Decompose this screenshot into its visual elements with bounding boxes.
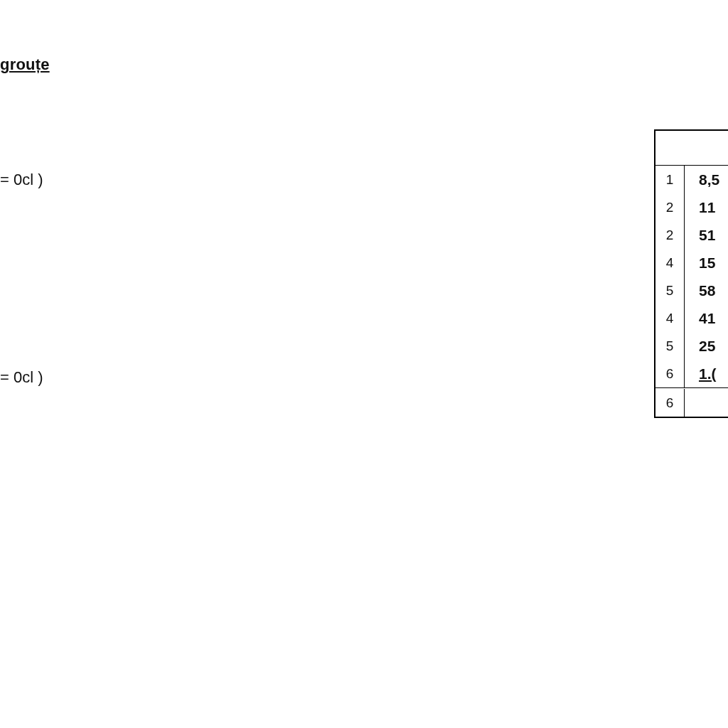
section-heading: grouțe [0,55,50,74]
row-value: 11 [685,193,715,221]
row-value: 15 [685,249,715,277]
table-row: 2 51 [655,221,728,249]
table-row: 6 1.( [655,360,728,387]
table-row: 5 58 [655,277,728,304]
formula-line-2: = 0cl ) [0,368,43,387]
row-index: 6 [655,360,685,387]
table-row: 4 15 [655,249,728,277]
table-footer-row: 6 [655,387,728,417]
formula-line-1: = 0cl ) [0,171,43,189]
row-index: 2 [655,193,685,221]
row-index: 5 [655,332,685,360]
table-row: 2 11 [655,193,728,221]
row-index: 2 [655,221,685,249]
row-index: 5 [655,277,685,304]
row-index: 1 [655,166,685,193]
row-value: 1.( [685,360,717,387]
row-index: 4 [655,304,685,332]
document-page: grouțe = 0cl ) = 0cl ) 1 8,5 2 11 2 51 4… [0,0,728,728]
table-row: 1 8,5 [655,166,728,193]
row-value: 8,5 [685,166,719,193]
row-value: 25 [685,332,715,360]
data-table: 1 8,5 2 11 2 51 4 15 5 58 4 41 5 25 6 1. [654,129,728,418]
table-row: 5 25 [655,332,728,360]
row-index: 6 [655,389,685,417]
row-index: 4 [655,249,685,277]
table-header [655,131,728,166]
table-row: 4 41 [655,304,728,332]
row-value: 58 [685,277,715,304]
row-value: 51 [685,221,715,249]
row-value: 41 [685,304,715,332]
